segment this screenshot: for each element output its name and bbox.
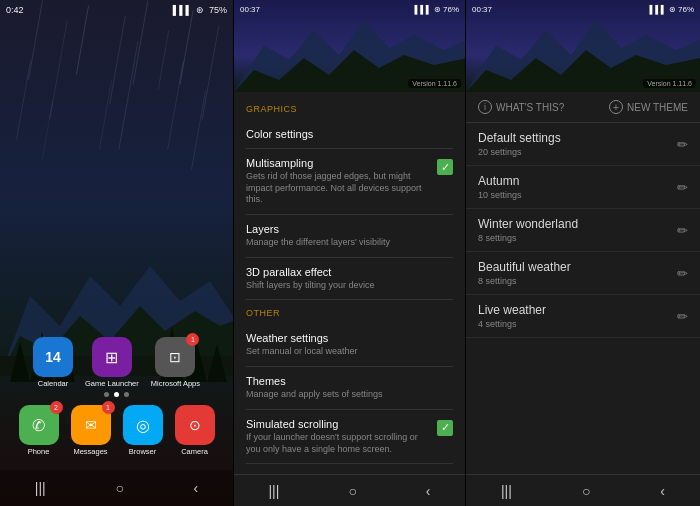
- themes-panel: 00:37 ▌▌▌ ⊛ 76% Version 1.11.6 i WHAT'S …: [466, 0, 700, 506]
- settings-back-icon[interactable]: ‹: [426, 483, 431, 499]
- themes-item[interactable]: Themes Manage and apply sets of settings: [246, 367, 453, 410]
- weather-settings-item[interactable]: Weather settings Set manual or local wea…: [246, 324, 453, 367]
- checkmark2-icon: ✓: [441, 421, 450, 434]
- theme-info-default: Default settings 20 settings: [478, 131, 677, 157]
- recents-nav-icon[interactable]: |||: [35, 480, 46, 496]
- whats-this-button[interactable]: i WHAT'S THIS?: [478, 100, 564, 114]
- theme-count-beautiful: 8 settings: [478, 276, 677, 286]
- phone-badge: 2: [50, 401, 63, 414]
- app-messages[interactable]: ✉ 1 Messages: [71, 405, 111, 456]
- simulated-scrolling-checkbox[interactable]: ✓: [437, 420, 453, 436]
- weather-settings-desc: Set manual or local weather: [246, 346, 453, 358]
- themes-nav-bar: ||| ○ ‹: [466, 474, 700, 506]
- themes-status-icons: ▌▌▌ ⊛ 76%: [650, 5, 694, 14]
- home-nav-icon[interactable]: ○: [115, 480, 123, 496]
- settings-status-bar: 00:37 ▌▌▌ ⊛ 76%: [234, 0, 465, 18]
- phone-icon: ✆: [32, 416, 45, 435]
- settings-nav-bar: ||| ○ ‹: [234, 474, 465, 506]
- graphics-section-header: Graphics: [246, 104, 453, 114]
- app-calendar-label: Calendar: [38, 379, 68, 388]
- checkmark-icon: ✓: [441, 161, 450, 174]
- parallax-title: 3D parallax effect: [246, 266, 453, 278]
- list-item[interactable]: Autumn 10 settings ✏: [466, 166, 700, 209]
- list-item[interactable]: Live weather 4 settings ✏: [466, 295, 700, 338]
- nav-bar: ||| ○ ‹: [0, 470, 233, 506]
- multisampling-item[interactable]: Multisampling Gets rid of those jagged e…: [246, 149, 453, 215]
- themes-back-icon[interactable]: ‹: [660, 483, 665, 499]
- list-item[interactable]: Beautiful weather 8 settings ✏: [466, 252, 700, 295]
- wifi-icon: ⊛: [196, 5, 204, 15]
- weather-settings-title: Weather settings: [246, 332, 453, 344]
- themes-toolbar: i WHAT'S THIS? + NEW THEME: [466, 92, 700, 123]
- edit-default-icon[interactable]: ✏: [677, 137, 688, 152]
- app-row-top: 14 Calendar ⊞ Game Launcher ⊡ 1 Microsof…: [33, 337, 200, 388]
- settings-preview: 00:37 ▌▌▌ ⊛ 76% Version 1.11.6: [234, 0, 465, 92]
- other-section-header: Other: [246, 308, 453, 318]
- back-nav-icon[interactable]: ‹: [193, 480, 198, 496]
- settings-recents-icon[interactable]: |||: [268, 483, 279, 499]
- app-camera-label: Camera: [181, 447, 208, 456]
- time-display: 0:42: [6, 5, 24, 15]
- theme-name-live: Live weather: [478, 303, 677, 317]
- messages-badge: 1: [102, 401, 115, 414]
- theme-name-autumn: Autumn: [478, 174, 677, 188]
- app-messages-label: Messages: [73, 447, 107, 456]
- edit-beautiful-icon[interactable]: ✏: [677, 266, 688, 281]
- app-camera[interactable]: ⊙ Camera: [175, 405, 215, 456]
- list-item[interactable]: Default settings 20 settings ✏: [466, 123, 700, 166]
- version-label: Version 1.11.6: [408, 79, 461, 88]
- microsoft-badge: 1: [186, 333, 199, 346]
- app-calendar[interactable]: 14 Calendar: [33, 337, 73, 388]
- app-row-bottom: ✆ 2 Phone ✉ 1 Messages ◎ Browser: [19, 405, 215, 456]
- app-game-launcher[interactable]: ⊞ Game Launcher: [85, 337, 139, 388]
- theme-info-live: Live weather 4 settings: [478, 303, 677, 329]
- settings-status-icons: ▌▌▌ ⊛ 76%: [415, 5, 459, 14]
- layers-item[interactable]: Layers Manage the different layers' visi…: [246, 215, 453, 258]
- status-icons-right: ▌▌▌ ⊛ 75%: [173, 5, 227, 15]
- info-icon: i: [478, 100, 492, 114]
- settings-home-icon[interactable]: ○: [348, 483, 356, 499]
- theme-name-winter: Winter wonderland: [478, 217, 677, 231]
- new-theme-button[interactable]: + NEW THEME: [609, 100, 688, 114]
- settings-list: Graphics Color settings Multisampling Ge…: [234, 92, 465, 474]
- color-settings-item[interactable]: Color settings: [246, 120, 453, 149]
- themes-version-label: Version 1.11.6: [643, 79, 696, 88]
- status-bar: 0:42 ▌▌▌ ⊛ 75%: [0, 0, 233, 20]
- app-game-label: Game Launcher: [85, 379, 139, 388]
- multisampling-checkbox[interactable]: ✓: [437, 159, 453, 175]
- dock-area: 14 Calendar ⊞ Game Launcher ⊡ 1 Microsof…: [0, 337, 233, 456]
- signal-icon: ▌▌▌: [173, 5, 192, 15]
- app-microsoft[interactable]: ⊡ 1 Microsoft Apps: [151, 337, 200, 388]
- layers-title: Layers: [246, 223, 453, 235]
- app-phone[interactable]: ✆ 2 Phone: [19, 405, 59, 456]
- list-item[interactable]: Winter wonderland 8 settings ✏: [466, 209, 700, 252]
- theme-info-autumn: Autumn 10 settings: [478, 174, 677, 200]
- battery-icon: 75%: [209, 5, 227, 15]
- parallax-desc: Shift layers by tilting your device: [246, 280, 453, 292]
- theme-count-live: 4 settings: [478, 319, 677, 329]
- app-browser-label: Browser: [129, 447, 157, 456]
- settings-panel: 00:37 ▌▌▌ ⊛ 76% Version 1.11.6 Graphics …: [233, 0, 466, 506]
- layers-desc: Manage the different layers' visibility: [246, 237, 453, 249]
- themes-status-bar: 00:37 ▌▌▌ ⊛ 76%: [466, 0, 700, 18]
- other-section: Other Weather settings Set manual or loc…: [246, 308, 453, 464]
- edit-winter-icon[interactable]: ✏: [677, 223, 688, 238]
- simulated-scrolling-title: Simulated scrolling: [246, 418, 429, 430]
- edit-live-icon[interactable]: ✏: [677, 309, 688, 324]
- camera-icon: ⊙: [189, 417, 201, 433]
- parallax-item[interactable]: 3D parallax effect Shift layers by tilti…: [246, 258, 453, 301]
- microsoft-icon: ⊡: [169, 349, 181, 365]
- browser-icon: ◎: [136, 416, 150, 435]
- multisampling-title: Multisampling: [246, 157, 429, 169]
- themes-recents-icon[interactable]: |||: [501, 483, 512, 499]
- edit-autumn-icon[interactable]: ✏: [677, 180, 688, 195]
- themes-home-icon[interactable]: ○: [582, 483, 590, 499]
- app-microsoft-label: Microsoft Apps: [151, 379, 200, 388]
- dot-3: [124, 392, 129, 397]
- graphics-section: Graphics Color settings Multisampling Ge…: [246, 104, 453, 300]
- simulated-scrolling-item[interactable]: Simulated scrolling If your launcher doe…: [246, 410, 453, 464]
- app-browser[interactable]: ◎ Browser: [123, 405, 163, 456]
- messages-icon: ✉: [85, 417, 97, 433]
- app-phone-label: Phone: [28, 447, 50, 456]
- themes-title: Themes: [246, 375, 453, 387]
